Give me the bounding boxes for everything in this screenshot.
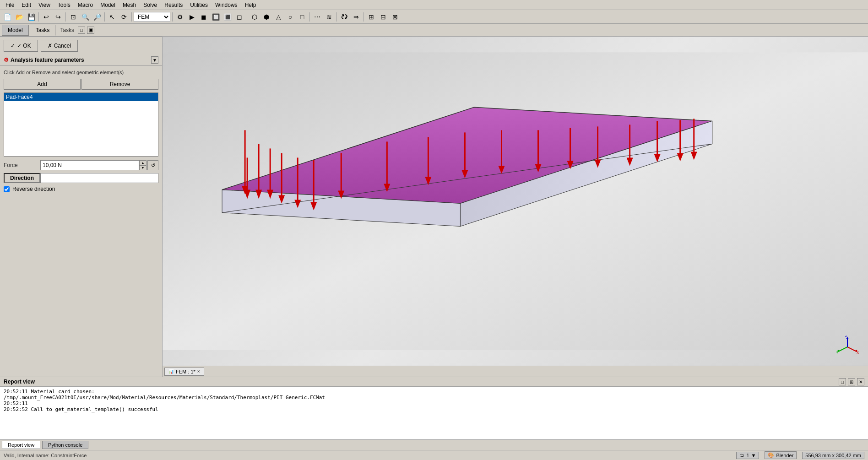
geometry-list[interactable]: Pad-Face4 [4,92,158,157]
layer-indicator: 🗂 1 ▼ [736,452,759,459]
report-float-btn[interactable]: ⊞ [848,378,855,385]
axes-indicator: X Y Z [836,336,859,358]
instruction-text: Click Add or Remove and select geometric… [4,70,158,75]
panel-collapse-btn[interactable]: ▼ [151,56,158,64]
tab-restore-btn[interactable]: ▣ [87,27,94,34]
tb-btn-2[interactable]: ▶ [186,11,197,22]
menu-edit[interactable]: Edit [18,1,35,9]
layer-chevron: ▼ [751,453,756,458]
tab-controls: □ ▣ [78,27,94,34]
redo-btn[interactable]: ↪ [53,11,64,22]
scene-svg [163,37,868,366]
list-item-pad-face4[interactable]: Pad-Face4 [4,93,158,101]
tb-btn-11[interactable]: □ [297,11,308,22]
dimensions-indicator: 556,93 mm x 300,42 mm [802,452,864,459]
add-button[interactable]: Add [4,79,81,90]
tb-btn-4[interactable]: 🔲 [210,11,221,22]
tab-tasks[interactable]: Tasks [30,25,56,36]
rotate-btn[interactable]: ⟳ [119,11,130,22]
workbench-dropdown[interactable]: FEM [134,12,170,22]
tb-btn-16[interactable]: ⊞ [366,11,377,22]
separator-3 [104,12,105,22]
separator-2 [65,12,66,22]
menu-view[interactable]: View [35,1,54,9]
vp-tab-label: FEM : 1* [176,369,195,374]
tb-btn-10[interactable]: ○ [285,11,296,22]
report-line-1: 20:52:11 Material card chosen: [4,389,864,395]
tb-btn-15[interactable]: ⇒ [351,11,362,22]
zoom-fit-btn[interactable]: ⊡ [68,11,79,22]
direction-button[interactable]: Direction [4,173,40,183]
tb-btn-6[interactable]: ◻ [234,11,245,22]
layer-label: 🗂 [739,453,744,458]
force-reset-btn[interactable]: ↺ [147,160,158,170]
zoom-in-btn[interactable]: 🔍 [80,11,91,22]
tb-btn-1[interactable]: ⚙ [174,11,185,22]
menu-mesh[interactable]: Mesh [119,1,140,9]
direction-field [40,173,158,183]
tb-btn-13[interactable]: ≋ [324,11,335,22]
bottom-tab-report[interactable]: Report view [2,441,40,449]
tb-btn-7[interactable]: ⬡ [249,11,260,22]
menu-windows[interactable]: Windows [212,1,241,9]
toolbar: 📄 📂 💾 ↩ ↪ ⊡ 🔍 🔎 ↖ ⟳ FEM ⚙ ▶ ◼ 🔲 🔳 ◻ ⬡ ⬢ … [0,10,868,24]
tab-model[interactable]: Model [2,25,29,36]
cancel-label: Cancel [54,43,71,49]
layer-value: 1 [746,453,749,458]
remove-button[interactable]: Remove [81,79,158,90]
tb-btn-3[interactable]: ◼ [198,11,209,22]
bottom-tab-bar: Report view Python console [0,439,868,450]
tb-btn-18[interactable]: ⊠ [390,11,401,22]
svg-line-52 [847,347,857,352]
report-panel-title: Report view [4,379,35,385]
separator-1 [38,12,39,22]
menu-model[interactable]: Model [97,1,119,9]
force-up-btn[interactable]: ▲ [139,160,146,165]
cancel-button[interactable]: ✗ Cancel [41,40,78,52]
tb-btn-5[interactable]: 🔳 [222,11,233,22]
menu-help[interactable]: Help [241,1,260,9]
report-line-4: 20:52:52 Call to get_material_template()… [4,406,864,412]
open-btn[interactable]: 📂 [14,11,25,22]
menu-file[interactable]: File [2,1,18,9]
statusbar: Valid, Internal name: ConstraintForce 🗂 … [0,450,868,460]
select-btn[interactable]: ↖ [107,11,118,22]
report-line-2: /tmp/.mount_FreeCA021t0E/usr/share/Mod/M… [4,395,864,400]
force-down-btn[interactable]: ▼ [139,165,146,170]
tab-maximize-btn[interactable]: □ [78,27,85,34]
force-input[interactable] [40,160,139,170]
report-close-btn[interactable]: ✕ [857,378,864,385]
tb-btn-8[interactable]: ⬢ [261,11,272,22]
report-panel-header: Report view □ ⊞ ✕ [0,377,868,387]
report-maximize-btn[interactable]: □ [839,378,846,385]
reverse-direction-checkbox[interactable] [4,186,10,192]
tb-btn-9[interactable]: △ [273,11,284,22]
menu-macro[interactable]: Macro [74,1,97,9]
vp-tab-fem[interactable]: 📊 FEM : 1* × [164,368,204,376]
save-btn[interactable]: 💾 [26,11,37,22]
separator-4 [131,12,132,22]
svg-text:Z: Z [845,336,847,338]
panel-body: Click Add or Remove and select geometric… [0,66,162,377]
separator-8 [336,12,337,22]
tb-btn-14[interactable]: 🗘 [339,11,350,22]
menu-results[interactable]: Results [161,1,186,9]
bottom-tab-python[interactable]: Python console [42,441,88,449]
menu-solve[interactable]: Solve [140,1,161,9]
svg-text:Y: Y [836,351,839,355]
menu-tools[interactable]: Tools [54,1,74,9]
tb-btn-17[interactable]: ⊟ [378,11,389,22]
ok-button[interactable]: ✓ ✓ OK [4,40,38,52]
menu-utilities[interactable]: Utilities [186,1,212,9]
zoom-out-btn[interactable]: 🔎 [92,11,103,22]
vp-tab-icon: 📊 [168,369,174,374]
action-btn-row-top: ✓ ✓ OK ✗ Cancel [0,37,162,54]
vp-tab-close-btn[interactable]: × [197,369,200,374]
separator-5 [172,12,173,22]
tb-btn-12[interactable]: ⋯ [312,11,323,22]
panel-title-container: ⚙ Analysis feature parameters [4,57,84,63]
undo-btn[interactable]: ↩ [41,11,52,22]
new-btn[interactable]: 📄 [2,11,13,22]
panel-title-text: Analysis feature parameters [11,57,84,63]
reverse-direction-label: Reverse direction [12,186,55,192]
